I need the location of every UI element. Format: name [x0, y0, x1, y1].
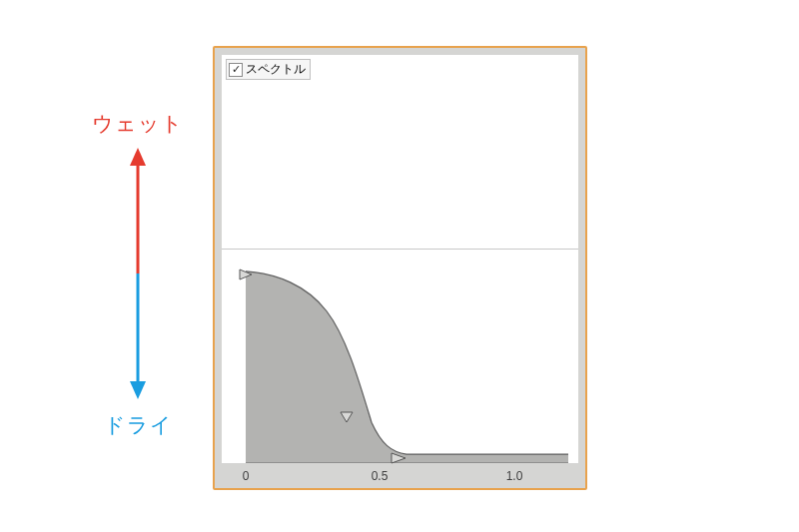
legend-label: スペクトル [246, 61, 306, 78]
axis-annotation-column: ウェット ドライ [78, 110, 198, 439]
curve-svg [222, 55, 578, 463]
svg-marker-6 [392, 453, 405, 463]
wet-label: ウェット [78, 110, 198, 138]
svg-marker-5 [341, 412, 353, 422]
x-tick-05: 0.5 [372, 469, 389, 483]
legend: ✓ スペクトル [226, 59, 311, 80]
curve-editor-panel: ✓ スペクトル 0 0.5 1.0 [213, 46, 587, 490]
svg-marker-3 [130, 381, 146, 399]
legend-checkbox[interactable]: ✓ [229, 63, 243, 77]
svg-marker-1 [130, 148, 146, 166]
curve-handle-1[interactable] [340, 410, 356, 422]
curve-handle-2[interactable] [390, 450, 405, 462]
x-tick-0: 0 [243, 469, 250, 483]
curve-handle-0[interactable] [238, 266, 254, 278]
x-tick-10: 1.0 [506, 469, 523, 483]
svg-marker-4 [240, 269, 252, 279]
dry-label: ドライ [78, 411, 198, 439]
plot-area[interactable]: ✓ スペクトル [222, 55, 578, 463]
wet-dry-arrows [78, 144, 198, 403]
curve-fill [246, 271, 568, 463]
stage: ウェット ドライ [0, 0, 799, 532]
